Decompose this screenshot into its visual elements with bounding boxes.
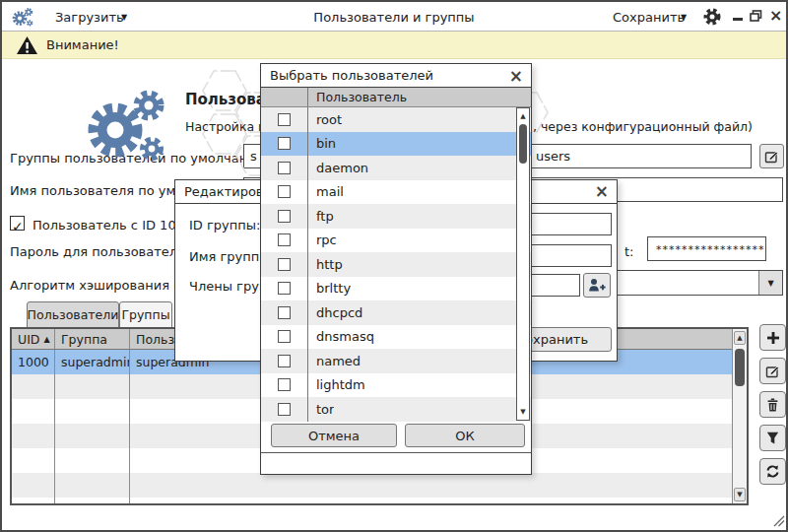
user-name: daemon [308, 161, 368, 175]
user-list-item[interactable]: daemon [261, 156, 531, 180]
funnel-icon [766, 432, 779, 444]
user-checkbox[interactable] [278, 306, 291, 319]
save-menu-button[interactable]: Сохранить [613, 10, 685, 25]
user-name: brltty [308, 281, 351, 296]
user-name: named [308, 354, 361, 368]
add-button[interactable] [759, 324, 786, 351]
tab-users[interactable]: Пользователи [27, 301, 119, 328]
user-name: ftp [308, 209, 334, 224]
minimize-button[interactable] [733, 18, 743, 21]
close-icon[interactable]: × [509, 66, 523, 86]
user-name: bin [308, 136, 336, 151]
table-empty-row [12, 498, 734, 505]
scroll-down-icon[interactable]: ▼ [518, 405, 528, 419]
person-add-icon [588, 278, 606, 293]
user-list-item[interactable]: dhcpcd [261, 300, 531, 325]
user-name: root [308, 112, 342, 127]
refresh-icon [765, 464, 780, 479]
sort-asc-icon: ▲ [43, 335, 49, 344]
ok-button[interactable]: ОК [405, 424, 525, 447]
maximize-button[interactable] [750, 10, 762, 22]
user-list-item-selected[interactable]: bin [261, 132, 531, 157]
user-checkbox[interactable] [278, 330, 291, 343]
plus-icon [766, 331, 780, 345]
settings-gear-icon[interactable] [703, 8, 721, 26]
warning-text: Внимание! [46, 37, 119, 52]
user-checkbox[interactable] [278, 185, 291, 198]
password-label-fragment: t: [624, 244, 633, 259]
scroll-up-icon[interactable]: ▲ [518, 109, 528, 123]
edit-button[interactable] [759, 358, 786, 384]
close-icon[interactable]: × [595, 181, 609, 201]
trash-icon [766, 398, 779, 412]
user-name: dhcpcd [308, 305, 362, 320]
user-checkbox[interactable] [278, 355, 291, 367]
tab-groups[interactable]: Группы [119, 301, 172, 328]
user-list-item[interactable]: ftp [261, 204, 531, 229]
user-checkbox[interactable] [278, 233, 291, 246]
user-column-label: Пользователь [308, 90, 407, 104]
dropdown-arrow-icon[interactable]: ▼ [758, 271, 782, 295]
uid1000-checkbox[interactable]: ✓ [10, 216, 25, 231]
scrollbar-thumb[interactable] [519, 124, 527, 164]
scroll-down-icon[interactable]: ▼ [734, 488, 746, 501]
load-menu-button[interactable]: Загрузить [55, 10, 124, 25]
tab-users-label: Пользователи [28, 307, 119, 322]
uid1000-label: Пользователь с ID 1000 [33, 218, 192, 233]
scrollbar-thumb[interactable] [735, 349, 745, 386]
close-window-button[interactable]: × [769, 6, 782, 25]
select-users-dialog: Выбрать пользователей × Пользователь roo… [260, 63, 532, 475]
add-member-button[interactable] [583, 273, 611, 298]
refresh-button[interactable] [759, 458, 786, 485]
user-list-scrollbar[interactable]: ▲ ▼ [516, 107, 530, 421]
select-dialog-title: Выбрать пользователей [261, 64, 531, 88]
user-checkbox[interactable] [278, 282, 291, 295]
user-name: tor [308, 402, 334, 417]
user-name: mail [308, 184, 344, 199]
page-subtitle-fragment: , через конфигурационный файл) [533, 119, 753, 134]
cell-uid: 1000 [12, 350, 55, 374]
user-list-item[interactable]: lightdm [261, 373, 531, 398]
default-password-input[interactable]: ****************** [647, 236, 766, 261]
warning-bar: Внимание! [2, 32, 786, 59]
user-list-item[interactable]: http [261, 252, 531, 277]
user-checkbox[interactable] [278, 162, 291, 174]
pencil-icon [764, 149, 779, 164]
chevron-down-icon[interactable]: ▼ [681, 13, 687, 22]
dialog-footer-divider [261, 452, 531, 453]
user-checkbox[interactable] [278, 113, 291, 126]
groups-value-end: users [536, 149, 570, 164]
scroll-up-icon[interactable]: ▲ [734, 331, 746, 345]
col-uid-label: UID [18, 332, 39, 347]
user-checkbox[interactable] [278, 210, 291, 223]
user-list-header: Пользователь [261, 88, 531, 107]
delete-button[interactable] [759, 391, 786, 418]
chevron-down-icon[interactable]: ▼ [121, 13, 127, 22]
user-list-item[interactable]: brltty [261, 277, 531, 301]
user-list-item[interactable]: dnsmasq [261, 325, 531, 350]
app-window: Загрузить ▼ Пользователи и группы Сохран… [0, 0, 788, 532]
column-header-uid[interactable]: UID ▲ [12, 329, 55, 349]
user-list-item[interactable]: mail [261, 180, 531, 205]
resize-grip[interactable] [771, 515, 785, 527]
edit-groups-button[interactable] [759, 144, 784, 168]
user-checkbox[interactable] [278, 378, 291, 391]
user-checkbox[interactable] [278, 137, 291, 150]
column-header-group[interactable]: Группа [55, 329, 130, 349]
user-checkbox[interactable] [278, 258, 291, 271]
pencil-icon [765, 364, 780, 378]
user-list-item[interactable]: root [261, 107, 531, 132]
user-name: rpc [308, 233, 337, 247]
app-gears-logo-icon [12, 5, 35, 29]
table-scrollbar[interactable]: ▲ ▼ [732, 329, 747, 503]
user-list-item[interactable]: tor [261, 397, 531, 422]
titlebar: Загрузить ▼ Пользователи и группы Сохран… [2, 2, 786, 32]
app-logo-icon [85, 81, 175, 167]
user-list-item[interactable]: named [261, 349, 531, 373]
filter-button[interactable] [759, 425, 786, 451]
cancel-button[interactable]: Отмена [271, 424, 397, 447]
user-checkbox[interactable] [278, 403, 291, 416]
check-icon: ✓ [12, 219, 24, 234]
user-name: dnsmasq [308, 329, 374, 344]
user-list-item[interactable]: rpc [261, 229, 531, 253]
